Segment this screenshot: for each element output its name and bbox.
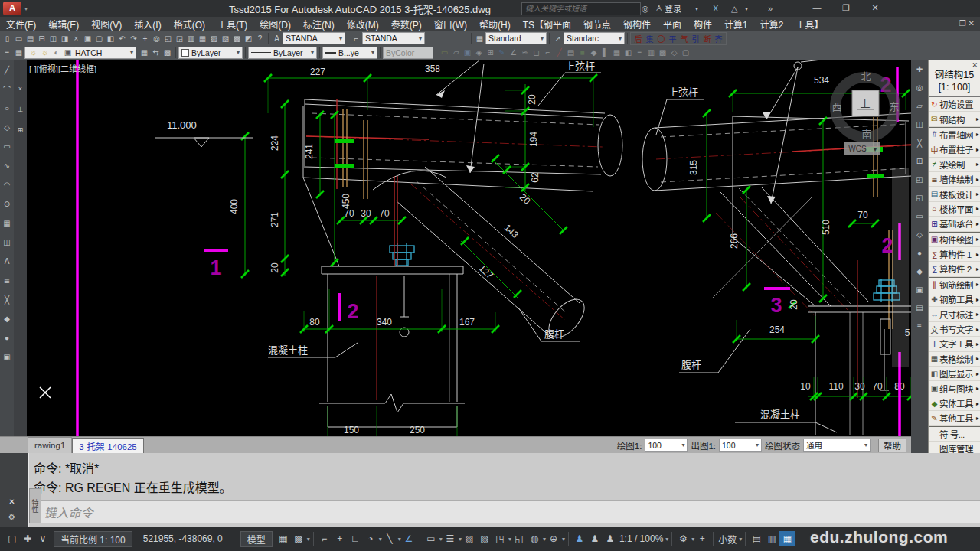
add-scale-icon[interactable]: ✚ [20,531,35,546]
autocad-logo-icon[interactable]: A [3,2,21,15]
viewcube-east[interactable]: 东 [889,101,899,112]
palette-item-钢结构[interactable]: ✉钢结构▸ [929,112,980,126]
close-panel-icon[interactable]: × [15,83,26,94]
tool-palettes-icon[interactable]: ▧ [208,33,220,44]
zoom-realtime-icon[interactable]: ◎ [151,33,162,44]
menu-item-构件[interactable]: 构件 [688,18,718,31]
design-center-icon[interactable]: ▦ [197,33,208,44]
dynamic-ucs-icon[interactable]: ◱ [511,531,527,546]
menu-item-参数(P)[interactable]: 参数(P) [385,18,428,31]
otrack-icon[interactable]: ∠ [401,531,416,546]
tab-drawing1[interactable]: rawing1 [28,437,72,454]
menu-item-工具】[interactable]: 工具】 [789,18,829,31]
scale-icon[interactable]: ◆ [914,266,926,277]
help-search-input[interactable] [521,2,641,15]
offset-icon[interactable]: ◰ [914,174,926,185]
tool-v-icon[interactable]: ▢ [680,47,691,58]
plot-preview-icon[interactable]: ◫ [47,33,59,44]
zoom-previous-icon[interactable]: ◲ [174,33,185,44]
plot-icon[interactable]: ⊟ [36,33,47,44]
minimize-button[interactable]: — [802,0,831,15]
table-style-icon[interactable]: ▦ [474,33,485,44]
palette-item-书写文字[interactable]: 文书写文字▸ [929,322,980,337]
tool-c-icon[interactable]: ▣ [462,47,473,58]
palette-item-表格绘制[interactable]: ▦表格绘制▸ [929,352,980,367]
tool-q-icon[interactable]: ◧ [622,47,634,58]
palette-item-布置柱子[interactable]: 中布置柱子▸ [929,142,980,157]
viewcube-west[interactable]: 西 [831,101,841,112]
text-style-combo[interactable]: STANDA▾ [283,32,345,44]
ts-dim-8-icon[interactable]: 齐 [713,33,724,44]
palette-item-初始设置[interactable]: ↻初始设置 [929,97,980,112]
layer-previous-icon[interactable]: ⇆ [150,47,162,58]
expand-icon[interactable]: ∨ [35,531,51,546]
drawing-canvas[interactable]: [-][俯视][二维线框] [27,60,911,436]
tool-l-icon[interactable]: ▤ [565,47,577,58]
tool-o-icon[interactable]: ▌ [599,47,611,58]
move-icon[interactable]: ✚ [914,64,926,75]
ts-dim-6-icon[interactable]: 引 [690,33,701,44]
layer-lock-icon[interactable]: ◐ [51,47,62,58]
menu-item-平面[interactable]: 平面 [657,18,688,31]
tool-k-icon[interactable]: ╱ [554,47,565,58]
ts-dim-1-icon[interactable]: 后 [632,33,644,44]
toolbar-overflow-icon[interactable]: » [768,4,773,13]
menu-item-工具(T)[interactable]: 工具(T) [211,18,253,31]
zoom-dropdown-icon[interactable]: ▾ [665,536,668,543]
polygon-icon[interactable]: ◇ [2,122,13,133]
gizmo-dropdown-icon[interactable]: ▾ [562,536,565,543]
table-style-combo[interactable]: Standard▾ [485,32,547,44]
text-style-icon[interactable]: A [271,33,283,44]
layer-on-icon[interactable]: ☼ [28,47,39,58]
customization-icon[interactable]: ▥ [764,531,779,546]
redo-icon[interactable]: ↷ [128,33,139,44]
exchange-x-icon[interactable]: Ⅹ [713,4,719,14]
command-close-icon[interactable]: ✕ [6,496,18,507]
tool-b-icon[interactable]: ▱ [450,47,462,58]
close-button[interactable]: ✕ [861,0,890,15]
layer-freeze-icon[interactable]: ☼ [39,47,51,58]
wcs-arrow-icon[interactable]: ▾ [874,146,877,153]
tool-t-icon[interactable]: ▩ [657,47,668,58]
palette-item-其他工具[interactable]: ✎其他工具▸ [929,411,980,425]
quick-view-icon[interactable]: ▧ [477,531,492,546]
palette-item-实体工具[interactable]: ◆实体工具▸ [929,396,980,411]
dynamic-input-icon[interactable]: + [332,531,348,546]
block-icon[interactable]: ◆ [2,313,13,324]
ts-dim-2-icon[interactable]: 集 [644,33,655,44]
extend-icon[interactable]: ▭ [914,210,926,222]
layer-iso-icon[interactable]: ▩ [162,47,173,58]
dim-style-combo[interactable]: STANDA▾ [362,32,425,44]
lineweight-icon[interactable]: ▭ [423,531,439,546]
ts-dim-3-icon[interactable]: 〇 [655,33,667,44]
tool-e-icon[interactable]: ⊞ [485,47,496,58]
palette-item-楼梯平面[interactable]: ⌂楼梯平面▸ [929,202,980,217]
menu-item-TS【钢平面[interactable]: TS【钢平面 [517,18,577,31]
viewport-shape-icon[interactable]: ▢ [5,531,20,546]
palette-item-组与图块[interactable]: ▣组与图块▸ [929,381,980,396]
draw-state-combo[interactable]: 通用▾ [803,439,871,452]
ts-dim-5-icon[interactable]: 气 [678,33,690,44]
workspace-gear-icon[interactable]: ⚙ [675,531,691,546]
copy-icon[interactable]: ▣ [82,33,93,44]
pan-icon[interactable]: + [139,33,151,44]
clean-screen-icon[interactable]: ▦ [779,531,795,546]
palette-item-梁绘制[interactable]: ≠梁绘制▸ [929,158,980,172]
fillet-icon[interactable]: ◇ [914,229,926,240]
menu-item-计算2[interactable]: 计算2 [754,18,790,31]
hatch-icon[interactable]: ▦ [2,217,13,229]
join-icon[interactable]: ▤ [914,302,926,314]
stretch-icon[interactable]: ▱ [914,100,926,112]
menu-item-编辑(E)[interactable]: 编辑(E) [42,18,85,31]
color-combo[interactable]: ByLayer▾ [178,47,243,59]
solid-icon[interactable]: ● [2,332,13,344]
quick-properties-icon[interactable]: ▤ [749,531,764,546]
anchor-icon[interactable]: ⊥ [15,103,26,115]
properties-icon[interactable]: ▥ [185,33,197,44]
zoom-window-icon[interactable]: ◱ [162,33,174,44]
menu-item-标注(N)[interactable]: 标注(N) [297,18,341,31]
current-scale-button[interactable]: 当前比例 1: 100 [54,531,132,547]
viewport-controls[interactable]: [-][俯视][二维线框] [29,62,96,74]
tool-f-icon[interactable]: ✎ [496,47,508,58]
rotate-icon[interactable]: ◎ [914,82,926,93]
